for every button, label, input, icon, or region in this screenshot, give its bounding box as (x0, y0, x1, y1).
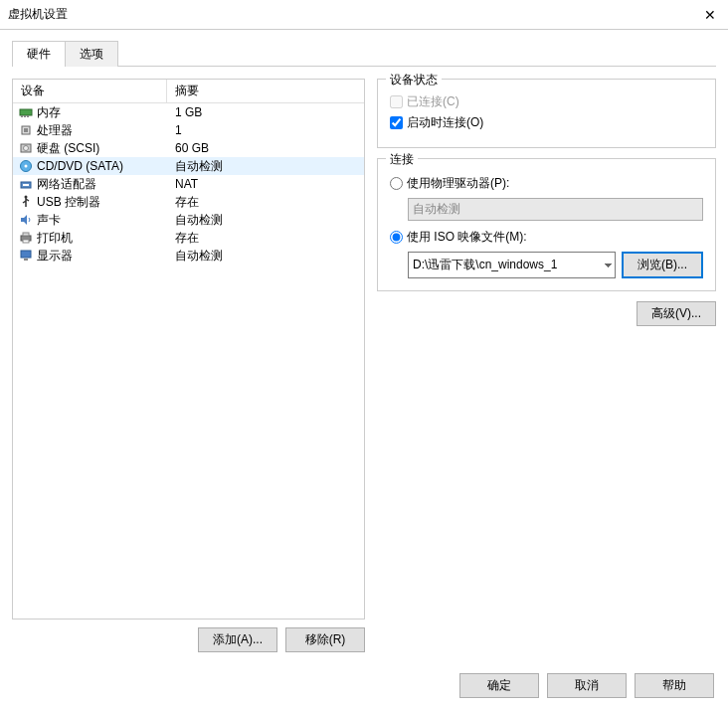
add-button[interactable]: 添加(A)... (198, 627, 277, 652)
svg-point-9 (25, 165, 28, 168)
column-header-summary[interactable]: 摘要 (167, 80, 364, 102)
physical-drive-radio[interactable] (390, 177, 403, 190)
svg-rect-16 (21, 251, 31, 258)
physical-drive-radio-row[interactable]: 使用物理驱动器(P): (390, 175, 703, 192)
connect-startup-checkbox-row[interactable]: 启动时连接(O) (390, 114, 703, 131)
device-row[interactable]: 处理器 1 (13, 121, 364, 139)
dialog-footer: 确定 取消 帮助 (459, 673, 714, 698)
close-icon[interactable]: ✕ (700, 5, 720, 25)
device-row[interactable]: 显示器 自动检测 (13, 247, 364, 265)
cancel-button[interactable]: 取消 (547, 673, 627, 698)
device-row[interactable]: 硬盘 (SCSI) 60 GB (13, 139, 364, 157)
device-list: 设备 摘要 内存 1 GB 处理器 1 硬盘 (SCSI) 60 GB CD/D… (12, 79, 365, 620)
device-summary: NAT (167, 177, 364, 191)
device-summary: 自动检测 (167, 212, 364, 229)
svg-rect-2 (24, 115, 26, 117)
device-row[interactable]: CD/DVD (SATA) 自动检测 (13, 157, 364, 175)
device-summary: 自动检测 (167, 158, 364, 175)
svg-rect-3 (27, 115, 29, 117)
device-status-group: 设备状态 已连接(C) 启动时连接(O) (377, 79, 716, 148)
connect-startup-checkbox[interactable] (390, 116, 403, 129)
disc-icon (17, 158, 35, 174)
device-row[interactable]: USB 控制器 存在 (13, 193, 364, 211)
svg-rect-1 (21, 115, 23, 117)
device-summary: 60 GB (167, 141, 364, 155)
remove-button[interactable]: 移除(R) (285, 627, 365, 652)
tab-bar: 硬件 选项 (12, 40, 716, 67)
iso-radio[interactable] (390, 231, 403, 244)
usb-icon (17, 194, 35, 210)
device-name: 网络适配器 (35, 176, 167, 193)
svg-rect-15 (23, 240, 29, 243)
ok-button[interactable]: 确定 (459, 673, 539, 698)
browse-button[interactable]: 浏览(B)... (622, 252, 703, 278)
physical-drive-label: 使用物理驱动器(P): (407, 175, 509, 192)
iso-label: 使用 ISO 映像文件(M): (407, 229, 527, 246)
device-summary: 存在 (167, 230, 364, 247)
help-button[interactable]: 帮助 (635, 673, 714, 698)
svg-rect-0 (20, 109, 32, 115)
network-icon (17, 176, 35, 192)
svg-rect-14 (23, 233, 29, 236)
physical-drive-dropdown: 自动检测 (408, 198, 703, 221)
memory-icon (17, 104, 35, 120)
printer-icon (17, 230, 35, 246)
connection-group: 连接 使用物理驱动器(P): 自动检测 使用 ISO 映像文件(M): 浏览(B… (377, 158, 716, 291)
svg-rect-5 (24, 128, 28, 132)
tab-hardware[interactable]: 硬件 (12, 41, 66, 67)
tab-options[interactable]: 选项 (65, 41, 118, 67)
device-name: 打印机 (35, 230, 167, 247)
connected-checkbox (390, 95, 403, 108)
device-name: CD/DVD (SATA) (35, 159, 167, 173)
device-row[interactable]: 网络适配器 NAT (13, 175, 364, 193)
connected-checkbox-row: 已连接(C) (390, 93, 703, 110)
connected-label: 已连接(C) (407, 93, 459, 110)
device-name: 声卡 (35, 212, 167, 229)
cpu-icon (17, 122, 35, 138)
sound-icon (17, 212, 35, 228)
device-name: 显示器 (35, 248, 167, 265)
display-icon (17, 248, 35, 264)
connect-startup-label: 启动时连接(O) (407, 114, 483, 131)
device-row[interactable]: 打印机 存在 (13, 229, 364, 247)
group-title-status: 设备状态 (386, 72, 442, 88)
iso-radio-row[interactable]: 使用 ISO 映像文件(M): (390, 229, 703, 246)
iso-path-input[interactable] (408, 252, 616, 278)
device-name: USB 控制器 (35, 194, 167, 211)
svg-rect-17 (24, 259, 28, 261)
device-name: 处理器 (35, 122, 167, 139)
svg-point-7 (24, 146, 29, 151)
device-summary: 存在 (167, 194, 364, 211)
svg-point-12 (25, 196, 28, 199)
advanced-button[interactable]: 高级(V)... (637, 301, 716, 326)
device-summary: 1 (167, 123, 364, 137)
titlebar: 虚拟机设置 ✕ (0, 0, 728, 30)
device-summary: 1 GB (167, 105, 364, 119)
window-title: 虚拟机设置 (8, 6, 68, 23)
svg-rect-11 (23, 184, 29, 186)
device-name: 硬盘 (SCSI) (35, 140, 167, 157)
column-header-device[interactable]: 设备 (13, 80, 167, 102)
device-row[interactable]: 声卡 自动检测 (13, 211, 364, 229)
device-row[interactable]: 内存 1 GB (13, 103, 364, 121)
hdd-icon (17, 140, 35, 156)
group-title-connection: 连接 (386, 151, 418, 168)
device-summary: 自动检测 (167, 248, 364, 265)
device-name: 内存 (35, 104, 167, 121)
